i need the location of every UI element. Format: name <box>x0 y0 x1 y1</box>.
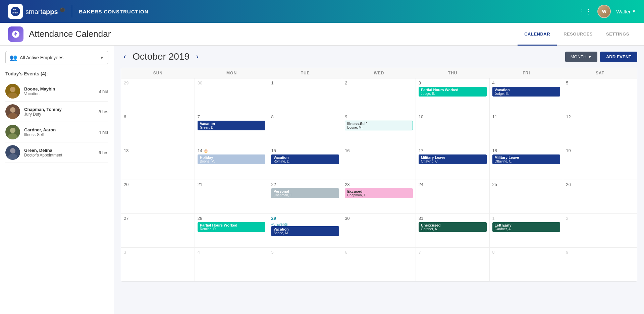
cal-cell[interactable]: 18 Military Leave Ottavino, C. <box>490 146 564 180</box>
calendar-event[interactable]: Vacation Romine, D. <box>271 154 339 164</box>
calendar-actions: MONTH ▼ ADD EVENT <box>565 52 637 62</box>
cal-cell[interactable]: 1 <box>268 78 342 112</box>
cal-cell[interactable]: 5 <box>268 248 342 281</box>
cal-cell[interactable]: 29 <box>121 78 195 112</box>
cal-cell[interactable]: 17 Military Leave Ottavino, C. <box>416 146 490 180</box>
cal-cell[interactable]: 9 <box>563 248 637 281</box>
calendar-event[interactable]: Vacation Boone, M. <box>271 226 339 236</box>
calendar-event[interactable]: Unexcused Gardner, A. <box>419 222 487 232</box>
cal-cell[interactable]: 13 <box>121 146 195 180</box>
cal-cell[interactable]: 1 Left Early Gardner, A. <box>490 214 564 247</box>
emp-event: Illness-Self <box>24 132 95 137</box>
cal-cell[interactable]: 9 Illness-Self Boone, M. <box>342 112 416 146</box>
list-item[interactable]: Gardner, Aaron Illness-Self 4 hrs <box>5 122 108 142</box>
calendar-main: ‹ October 2019 › MONTH ▼ ADD EVENT SUN M… <box>114 46 644 314</box>
calendar-nav: ‹ October 2019 › <box>121 51 201 62</box>
cal-cell[interactable]: 12 <box>563 112 637 146</box>
tab-calendar[interactable]: CALENDAR <box>518 23 557 46</box>
avatar <box>5 145 20 160</box>
user-avatar[interactable]: W <box>597 5 611 18</box>
cal-cell[interactable]: 25 <box>490 180 564 213</box>
cal-cell[interactable]: 30 <box>195 78 269 112</box>
page-title: Attendance Calendar <box>29 29 111 39</box>
cal-cell[interactable]: 15 Vacation Romine, D. <box>268 146 342 180</box>
nav-right: ⋮⋮ W Walter ▼ <box>579 5 636 18</box>
calendar-event[interactable]: Excused Chapman, T. <box>345 188 413 198</box>
day-header-fri: FRI <box>490 68 564 78</box>
day-header-sun: SUN <box>121 68 195 78</box>
cal-cell[interactable]: 21 <box>195 180 269 213</box>
cal-cell[interactable]: 2 <box>563 214 637 247</box>
cal-cell[interactable]: 26 <box>563 180 637 213</box>
svg-point-10 <box>10 128 15 133</box>
cal-cell[interactable]: 11 <box>490 112 564 146</box>
cal-cell[interactable]: 7 <box>416 248 490 281</box>
emp-name: Boone, Maybin <box>24 86 95 91</box>
cal-cell[interactable]: 29 +3 Events Vacation Boone, M. <box>268 214 342 247</box>
cal-cell[interactable]: 16 <box>342 146 416 180</box>
cal-cell[interactable]: 6 <box>342 248 416 281</box>
calendar-event[interactable]: Vacation Green, D. <box>198 121 266 130</box>
cal-cell[interactable]: 2 <box>342 78 416 112</box>
cal-cell[interactable]: 8 <box>490 248 564 281</box>
list-item[interactable]: Boone, Maybin Vacation 8 hrs <box>5 81 108 102</box>
cal-week: 29 30 1 2 3 Partial Hours Worked Judge, … <box>121 78 637 112</box>
cal-cell[interactable]: 10 <box>416 112 490 146</box>
cal-cell[interactable]: 5 <box>563 78 637 112</box>
cal-cell[interactable]: 6 <box>121 112 195 146</box>
cal-week: 27 28 Partial Hours Worked Romine, D. 29… <box>121 214 637 248</box>
add-event-button[interactable]: ADD EVENT <box>600 52 637 62</box>
calendar-grid: SUN MON TUE WED THU FRI SAT 29 30 1 2 3 … <box>121 68 637 281</box>
calendar-event[interactable]: Left Early Gardner, A. <box>492 222 560 232</box>
list-item[interactable]: Green, Delina Doctor's Appointment 6 hrs <box>5 142 108 163</box>
calendar-event[interactable]: Personal Chapman, T. <box>271 188 339 198</box>
dropdown-arrow-icon: ▼ <box>100 55 104 60</box>
user-name[interactable]: Walter ▼ <box>616 9 636 14</box>
cal-cell[interactable]: 4 Vacation Judge, B. <box>490 78 564 112</box>
cal-cell[interactable]: 31 Unexcused Gardner, A. <box>416 214 490 247</box>
next-month-button[interactable]: › <box>194 51 201 62</box>
prev-month-button[interactable]: ‹ <box>121 51 128 62</box>
tab-settings[interactable]: SETTINGS <box>599 23 636 46</box>
employee-filter-dropdown[interactable]: 👥 All Active Employees ▼ <box>5 51 108 64</box>
list-item[interactable]: Chapman, Tommy Jury Duty 8 hrs <box>5 102 108 122</box>
brand-logo[interactable]: HR direct smartapps ⚫ <box>8 4 65 19</box>
calendar-event[interactable]: Vacation Judge, B. <box>492 87 560 97</box>
month-view-button[interactable]: MONTH ▼ <box>565 52 597 62</box>
cal-cell[interactable]: 24 <box>416 180 490 213</box>
calendar-event[interactable]: Military Leave Ottavino, C. <box>492 154 560 164</box>
svg-text:HR: HR <box>13 8 16 11</box>
cal-cell[interactable]: 8 <box>268 112 342 146</box>
header-tabs: CALENDAR RESOURCES SETTINGS <box>518 23 636 46</box>
calendar-event[interactable]: Holiday Boone, M. <box>198 154 266 164</box>
grid-icon[interactable]: ⋮⋮ <box>579 7 592 15</box>
cal-cell[interactable]: 30 <box>342 214 416 247</box>
today-events-title: Today's Events (4): <box>5 71 108 76</box>
calendar-event[interactable]: Partial Hours Worked Judge, B. <box>419 87 487 97</box>
cal-cell[interactable]: 20 <box>121 180 195 213</box>
avatar <box>5 125 20 139</box>
cal-cell[interactable]: 28 Partial Hours Worked Romine, D. <box>195 214 269 247</box>
nav-divider <box>72 5 72 17</box>
employee-list: Boone, Maybin Vacation 8 hrs Chapman, To… <box>5 81 108 163</box>
day-header-mon: MON <box>195 68 269 78</box>
calendar-event[interactable]: Military Leave Ottavino, C. <box>419 154 487 164</box>
calendar-event[interactable]: Illness-Self Boone, M. <box>345 121 413 130</box>
cal-cell[interactable]: 23 Excused Chapman, T. <box>342 180 416 213</box>
cal-cell[interactable]: 3 Partial Hours Worked Judge, B. <box>416 78 490 112</box>
cal-cell[interactable]: 3 <box>121 248 195 281</box>
tab-resources[interactable]: RESOURCES <box>557 23 599 46</box>
cal-week: 6 7 Vacation Green, D. 8 9 Illness-Self … <box>121 112 637 146</box>
cal-cell[interactable]: 7 Vacation Green, D. <box>195 112 269 146</box>
day-header-sat: SAT <box>563 68 637 78</box>
cal-cell[interactable]: 19 <box>563 146 637 180</box>
emp-hours: 4 hrs <box>99 130 108 135</box>
calendar-event[interactable]: Partial Hours Worked Romine, D. <box>198 222 266 232</box>
cal-cell[interactable]: 4 <box>195 248 269 281</box>
emp-event: Jury Duty <box>24 112 95 117</box>
cal-cell[interactable]: 14 🎂 Holiday Boone, M. <box>195 146 269 180</box>
cal-week: 3 4 5 6 7 8 9 <box>121 248 637 281</box>
cal-cell[interactable]: 22 Personal Chapman, T. <box>268 180 342 213</box>
more-events-link[interactable]: +3 Events <box>271 222 339 226</box>
cal-cell[interactable]: 27 <box>121 214 195 247</box>
